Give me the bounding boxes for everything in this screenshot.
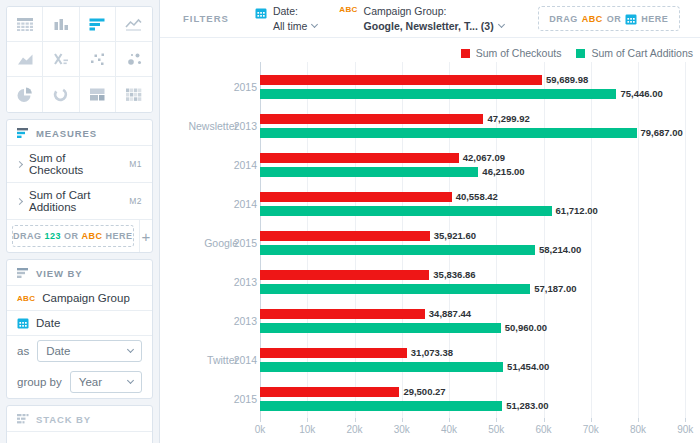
drop-word: DRAG xyxy=(549,14,578,24)
date-filter-name: Date: xyxy=(273,4,317,18)
bar-cart-additions[interactable] xyxy=(260,401,502,411)
vis-type-line-chart[interactable] xyxy=(116,7,152,42)
bar-value-label: 51,283.00 xyxy=(506,401,548,411)
bar-cart-additions[interactable] xyxy=(260,245,535,255)
bar-checkouts[interactable] xyxy=(260,75,542,85)
x-axis-tick xyxy=(544,418,545,422)
date-dimension-select[interactable]: Date xyxy=(37,340,142,362)
bar-checkouts[interactable] xyxy=(260,231,430,241)
view-by-icon xyxy=(17,267,29,279)
year-label: 2014 xyxy=(160,354,257,366)
year-label: 2014 xyxy=(160,159,257,171)
chevron-right-icon[interactable] xyxy=(16,160,23,167)
x-axis-tick-label: 10k xyxy=(287,424,327,435)
sidebar: MEASURES Sum of Checkouts M1 Sum of Cart… xyxy=(0,0,160,443)
select-value: Date xyxy=(46,345,70,357)
vis-type-table[interactable] xyxy=(7,7,43,42)
gridline xyxy=(638,62,639,418)
stack-by-icon xyxy=(17,413,29,425)
table-icon xyxy=(17,17,33,31)
add-measure-button[interactable]: + xyxy=(139,220,152,252)
legend-swatch-cart-additions xyxy=(576,49,585,58)
bar-value-label: 31,073.38 xyxy=(411,348,453,358)
x-axis-tick-label: 40k xyxy=(429,424,469,435)
select-value: Year xyxy=(79,376,102,388)
x-axis-tick-label: 30k xyxy=(382,424,422,435)
legend-label: Sum of Checkouts xyxy=(476,47,562,59)
bar-value-label: 51,454.00 xyxy=(507,362,549,372)
view-by-label: Campaign Group xyxy=(42,292,130,304)
x-axis-tick xyxy=(260,418,261,422)
stack-by-bucket: STACK BY TO STACK BY AN ATTRIBUTE, AN IN… xyxy=(6,405,153,443)
drop-word: OR xyxy=(607,14,622,24)
vis-type-headline[interactable] xyxy=(43,42,79,77)
vis-type-column-chart[interactable] xyxy=(43,7,79,42)
view-by-bucket: VIEW BY ABC Campaign Group Date as Date … xyxy=(6,259,153,399)
date-filter[interactable]: Date: All time xyxy=(255,4,317,32)
legend-item-cart-additions[interactable]: Sum of Cart Additions xyxy=(576,47,693,59)
x-axis-tick xyxy=(307,418,308,422)
chevron-down-icon xyxy=(498,21,505,28)
calendar-icon xyxy=(17,317,29,329)
calendar-icon xyxy=(625,13,637,25)
vis-type-bar-chart[interactable] xyxy=(80,7,116,42)
x-axis-tick-label: 60k xyxy=(524,424,564,435)
bar-cart-additions[interactable] xyxy=(260,89,616,99)
measures-bucket: MEASURES Sum of Checkouts M1 Sum of Cart… xyxy=(6,119,153,253)
bar-checkouts[interactable] xyxy=(260,348,407,358)
treemap-icon xyxy=(89,86,106,103)
bar-checkouts[interactable] xyxy=(260,387,399,397)
granularity-select[interactable]: Year xyxy=(70,371,142,393)
bar-cart-additions[interactable] xyxy=(260,323,501,333)
vis-type-pie-chart[interactable] xyxy=(7,77,43,112)
bar-value-label: 79,687.00 xyxy=(641,128,683,138)
year-label: 2013 xyxy=(160,120,257,132)
vis-type-treemap[interactable] xyxy=(80,77,116,112)
bar-cart-additions[interactable] xyxy=(260,362,503,372)
bar-checkouts[interactable] xyxy=(260,309,425,319)
headline-icon xyxy=(52,51,69,67)
filter-drop-zone[interactable]: DRAG ABC OR HERE xyxy=(538,6,680,31)
campaign-group-filter[interactable]: ABC Campaign Group: Google, Newsletter, … xyxy=(339,4,503,32)
x-axis-tick xyxy=(591,418,592,422)
filters-label: FILTERS xyxy=(183,13,229,24)
bar-checkouts[interactable] xyxy=(260,114,483,124)
vis-type-donut-chart[interactable] xyxy=(43,77,79,112)
campaign-filter-value: Google, Newsletter, T... (3) xyxy=(364,19,494,33)
visualization-type-picker xyxy=(6,6,153,113)
vis-type-scatter-plot[interactable] xyxy=(80,42,116,77)
chevron-down-icon xyxy=(127,346,134,353)
x-axis-tick-label: 90k xyxy=(665,424,700,435)
bar-checkouts[interactable] xyxy=(260,153,459,163)
bar-checkouts[interactable] xyxy=(260,192,452,202)
campaign-filter-name: Campaign Group: xyxy=(364,4,504,18)
chevron-right-icon[interactable] xyxy=(16,197,23,204)
bar-value-label: 34,887.44 xyxy=(429,309,471,319)
gridline xyxy=(591,62,592,418)
abc-icon: ABC xyxy=(82,231,103,241)
bar-cart-additions[interactable] xyxy=(260,128,637,138)
bar-value-label: 29,500.27 xyxy=(403,387,445,397)
legend-label: Sum of Cart Additions xyxy=(591,47,693,59)
legend-item-checkouts[interactable]: Sum of Checkouts xyxy=(461,47,562,59)
pie-chart-icon xyxy=(16,86,33,103)
drop-word: OR xyxy=(64,231,79,241)
x-axis-tick-label: 0k xyxy=(240,424,280,435)
x-axis-tick-label: 70k xyxy=(571,424,611,435)
insight-chart: Sum of Checkouts Sum of Cart Additions 0… xyxy=(160,38,700,443)
bar-checkouts[interactable] xyxy=(260,270,429,280)
main-area: FILTERS Date: All time ABC Campaign Grou… xyxy=(160,0,700,443)
bar-cart-additions[interactable] xyxy=(260,206,552,216)
vis-type-area-chart[interactable] xyxy=(7,42,43,77)
view-by-item-campaign-group[interactable]: ABC Campaign Group xyxy=(7,286,152,311)
bar-cart-additions[interactable] xyxy=(260,284,530,294)
bar-chart-icon xyxy=(89,16,105,32)
measures-drop-zone[interactable]: DRAG 123 OR ABC HERE xyxy=(12,225,134,247)
measure-item-cart-additions[interactable]: Sum of Cart Additions M2 xyxy=(7,183,152,220)
vis-type-bubble-chart[interactable] xyxy=(116,42,152,77)
view-by-item-date[interactable]: Date xyxy=(7,311,152,336)
vis-type-heatmap[interactable] xyxy=(116,77,152,112)
bar-cart-additions[interactable] xyxy=(260,167,478,177)
measure-item-checkouts[interactable]: Sum of Checkouts M1 xyxy=(7,146,152,183)
year-label: 2015 xyxy=(160,393,257,405)
